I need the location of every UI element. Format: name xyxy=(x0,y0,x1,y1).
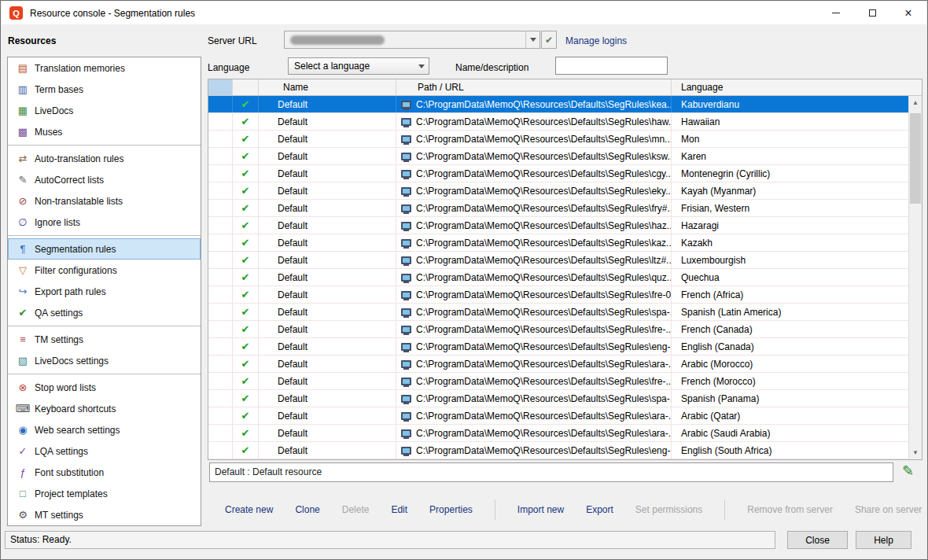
table-row[interactable]: ✔DefaultC:\ProgramData\MemoQ\Resources\D… xyxy=(208,96,908,113)
server-url-apply-button[interactable]: ✔ xyxy=(541,31,557,49)
help-button[interactable]: Help xyxy=(856,531,911,549)
server-url-combobox[interactable] xyxy=(284,31,540,49)
table-row[interactable]: ✔DefaultC:\ProgramData\MemoQ\Resources\D… xyxy=(208,182,908,200)
sidebar-item-mt-settings[interactable]: ⚙MT settings xyxy=(8,504,201,525)
sidebar-item-stop-word-lists[interactable]: ⊗Stop word lists xyxy=(8,377,201,398)
table-row[interactable]: ✔DefaultC:\ProgramData\MemoQ\Resources\D… xyxy=(208,425,908,442)
manage-logins-link[interactable]: Manage logins xyxy=(565,35,627,46)
remove-from-server-button: Remove from server xyxy=(747,504,833,515)
computer-icon xyxy=(401,170,411,178)
sidebar-item-web-search-settings[interactable]: ◉Web search settings xyxy=(8,419,201,440)
sidebar-item-keyboard-shortcuts[interactable]: ⌨Keyboard shortcuts xyxy=(8,398,201,419)
cell-language: English (South Africa) xyxy=(672,442,908,459)
computer-icon xyxy=(401,378,411,385)
close-dialog-button[interactable]: Close xyxy=(787,531,848,549)
table-row[interactable]: ✔DefaultC:\ProgramData\MemoQ\Resources\D… xyxy=(208,269,908,286)
row-selector-cell[interactable] xyxy=(208,390,233,407)
sidebar-item-project-templates[interactable]: □Project templates xyxy=(8,483,201,504)
row-selector-cell[interactable] xyxy=(208,286,233,303)
sidebar-item-auto-translation-rules[interactable]: ⇄Auto-translation rules xyxy=(8,148,201,169)
column-header-language[interactable]: Language xyxy=(672,79,922,95)
path-text: C:\ProgramData\MemoQ\Resources\Defaults\… xyxy=(416,428,671,439)
row-selector-cell[interactable] xyxy=(208,113,233,130)
table-row[interactable]: ✔DefaultC:\ProgramData\MemoQ\Resources\D… xyxy=(208,252,908,269)
edit-description-icon[interactable]: ✎ xyxy=(902,462,914,480)
table-row[interactable]: ✔DefaultC:\ProgramData\MemoQ\Resources\D… xyxy=(208,200,908,217)
clone-button[interactable]: Clone xyxy=(295,504,319,515)
table-row[interactable]: ✔DefaultC:\ProgramData\MemoQ\Resources\D… xyxy=(208,321,908,338)
column-header-path[interactable]: Path / URL xyxy=(396,79,672,95)
row-selector-cell[interactable] xyxy=(208,252,233,268)
sidebar-item-non-translatable-lists[interactable]: ⊘Non-translatable lists xyxy=(8,190,201,212)
table-row[interactable]: ✔DefaultC:\ProgramData\MemoQ\Resources\D… xyxy=(208,356,908,373)
row-selector-cell[interactable] xyxy=(208,269,233,286)
chevron-down-icon[interactable] xyxy=(414,58,429,74)
sidebar-item-ignore-lists[interactable]: ∅Ignore lists xyxy=(8,212,201,233)
row-selector-cell[interactable] xyxy=(208,442,233,459)
row-selector-cell[interactable] xyxy=(208,217,233,234)
row-selector-cell[interactable] xyxy=(208,200,233,216)
sidebar-item-translation-memories[interactable]: ▤Translation memories xyxy=(8,57,201,79)
row-selector-cell[interactable] xyxy=(208,304,233,320)
maximize-button[interactable] xyxy=(854,2,890,24)
minimize-button[interactable] xyxy=(818,2,854,24)
vertical-scrollbar[interactable]: ▲ ▼ xyxy=(908,96,922,459)
sidebar-item-lqa-settings[interactable]: ✓LQA settings xyxy=(8,440,201,462)
sidebar-item-qa-settings[interactable]: ✔QA settings xyxy=(8,302,201,323)
table-row[interactable]: ✔DefaultC:\ProgramData\MemoQ\Resources\D… xyxy=(208,131,908,148)
properties-button[interactable]: Properties xyxy=(429,504,473,515)
chevron-down-icon[interactable] xyxy=(525,31,539,48)
table-row[interactable]: ✔DefaultC:\ProgramData\MemoQ\Resources\D… xyxy=(208,442,908,459)
row-selector-cell[interactable] xyxy=(208,234,233,251)
scrollbar-thumb[interactable] xyxy=(910,113,921,204)
scroll-down-icon[interactable]: ▼ xyxy=(909,446,922,459)
create-new-button[interactable]: Create new xyxy=(225,504,273,515)
sidebar-item-autocorrect-lists[interactable]: ✎AutoCorrect lists xyxy=(8,169,201,190)
table-row[interactable]: ✔DefaultC:\ProgramData\MemoQ\Resources\D… xyxy=(208,113,908,131)
table-row[interactable]: ✔DefaultC:\ProgramData\MemoQ\Resources\D… xyxy=(208,390,908,407)
table-row[interactable]: ✔DefaultC:\ProgramData\MemoQ\Resources\D… xyxy=(208,373,908,390)
row-selector-cell[interactable] xyxy=(208,425,233,441)
language-select[interactable]: Select a language xyxy=(288,57,429,75)
name-description-input[interactable] xyxy=(555,57,668,75)
sidebar-item-filter-configurations[interactable]: ▽Filter configurations xyxy=(8,260,201,281)
row-selector-cell[interactable] xyxy=(208,356,233,372)
row-selector-cell[interactable] xyxy=(208,148,233,164)
sidebar-item-muses[interactable]: ▩Muses xyxy=(8,121,201,142)
scroll-up-icon[interactable]: ▲ xyxy=(909,96,922,109)
table-row[interactable]: ✔DefaultC:\ProgramData\MemoQ\Resources\D… xyxy=(208,407,908,425)
table-row[interactable]: ✔DefaultC:\ProgramData\MemoQ\Resources\D… xyxy=(208,234,908,252)
row-selector-cell[interactable] xyxy=(208,182,233,199)
table-row[interactable]: ✔DefaultC:\ProgramData\MemoQ\Resources\D… xyxy=(208,286,908,304)
column-header-selector[interactable] xyxy=(208,79,233,95)
check-icon: ✔ xyxy=(233,407,259,424)
row-selector-cell[interactable] xyxy=(208,165,233,182)
row-selector-cell[interactable] xyxy=(208,321,233,337)
table-row[interactable]: ✔DefaultC:\ProgramData\MemoQ\Resources\D… xyxy=(208,165,908,182)
sidebar-item-term-bases[interactable]: ▥Term bases xyxy=(8,79,201,100)
table-row[interactable]: ✔DefaultC:\ProgramData\MemoQ\Resources\D… xyxy=(208,304,908,321)
row-selector-cell[interactable] xyxy=(208,407,233,424)
path-text: C:\ProgramData\MemoQ\Resources\Defaults\… xyxy=(416,238,671,249)
import-new-button[interactable]: Import new xyxy=(517,504,564,515)
export-button[interactable]: Export xyxy=(586,504,613,515)
column-header-check[interactable] xyxy=(233,79,259,95)
sidebar-item-segmentation-rules[interactable]: ¶Segmentation rules xyxy=(8,238,201,260)
sidebar-item-livedocs-settings[interactable]: ▧LiveDocs settings xyxy=(8,350,201,371)
sidebar-item-tm-settings[interactable]: ≡TM settings xyxy=(8,329,201,350)
table-row[interactable]: ✔DefaultC:\ProgramData\MemoQ\Resources\D… xyxy=(208,217,908,234)
row-selector-cell[interactable] xyxy=(208,131,233,147)
server-url-redacted-value xyxy=(290,35,385,45)
table-row[interactable]: ✔DefaultC:\ProgramData\MemoQ\Resources\D… xyxy=(208,148,908,165)
auto-translation-rules-icon: ⇄ xyxy=(14,153,31,164)
sidebar-item-livedocs[interactable]: ▦LiveDocs xyxy=(8,100,201,121)
sidebar-item-export-path-rules[interactable]: ↪Export path rules xyxy=(8,281,201,302)
close-button[interactable]: × xyxy=(890,2,926,24)
table-row[interactable]: ✔DefaultC:\ProgramData\MemoQ\Resources\D… xyxy=(208,338,908,356)
row-selector-cell[interactable] xyxy=(208,338,233,355)
column-header-name[interactable]: Name xyxy=(259,79,396,95)
row-selector-cell[interactable] xyxy=(208,96,233,112)
edit-button[interactable]: Edit xyxy=(391,504,407,515)
row-selector-cell[interactable] xyxy=(208,373,233,389)
sidebar-item-font-substitution[interactable]: ƒFont substitution xyxy=(8,462,201,483)
